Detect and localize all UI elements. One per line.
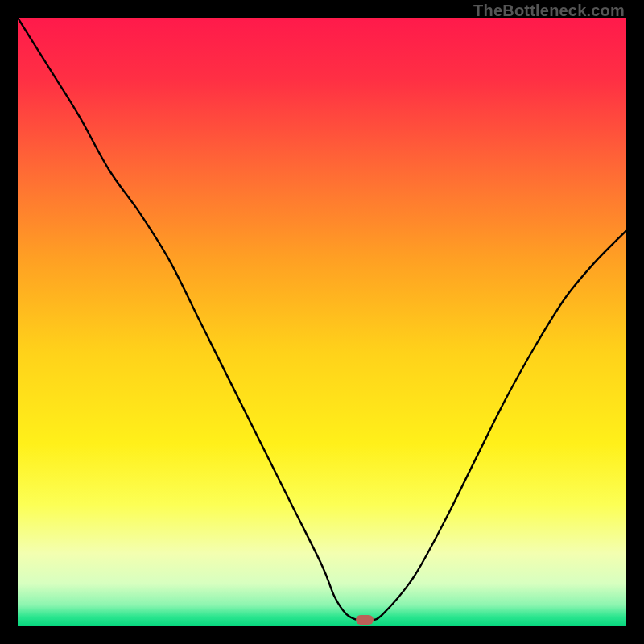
bottleneck-curve bbox=[18, 18, 626, 626]
optimal-point-marker bbox=[356, 615, 374, 625]
chart-frame: TheBottleneck.com bbox=[0, 0, 644, 644]
plot-area bbox=[18, 18, 626, 626]
watermark-text: TheBottleneck.com bbox=[473, 2, 625, 19]
